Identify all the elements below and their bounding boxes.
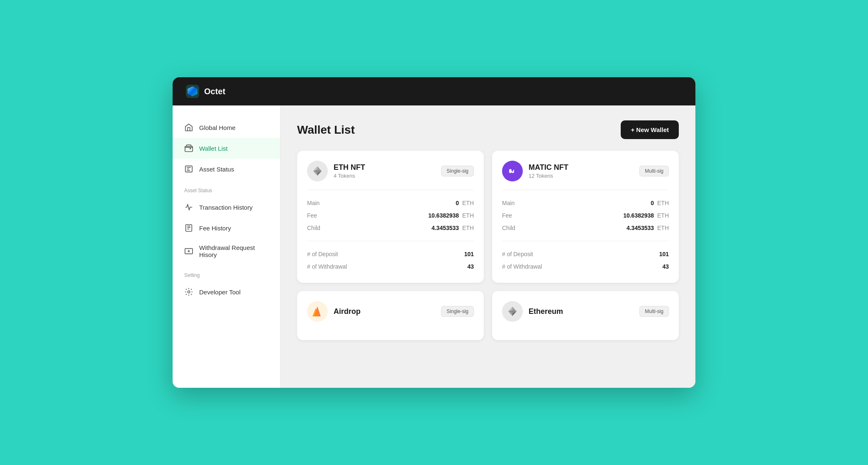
- wallet-card-header-airdrop: Airdrop Single-sig: [307, 301, 474, 322]
- main-label-m: Main: [502, 200, 514, 206]
- sidebar-item-transaction-history-label: Transaction History: [199, 204, 253, 211]
- deposit-value: 101: [464, 251, 474, 257]
- main-layout: Global Home Wallet List Asset Status Ass…: [173, 105, 695, 388]
- wallet-info: ETH NFT 4 Tokens: [334, 163, 365, 179]
- withdrawal-label-m: # of Withdrawal: [502, 263, 542, 270]
- fee-value: 10.6382938 ETH: [428, 212, 474, 219]
- sidebar-section-setting: Setting: [173, 264, 280, 281]
- wallet-tokens-matic: 12 Tokens: [529, 173, 568, 179]
- svg-rect-1: [185, 146, 193, 152]
- wallet-icon: [184, 144, 193, 153]
- withdrawal-value-m: 43: [662, 263, 669, 270]
- wallet-info-ethereum: Ethereum: [529, 307, 563, 316]
- wallet-info-airdrop: Airdrop: [334, 307, 361, 316]
- wallet-badge-matic: Multi-sig: [639, 166, 669, 176]
- fee-label: Fee: [307, 212, 317, 219]
- divider: [307, 190, 474, 190]
- wallet-card-header-matic: MATIC NFT 12 Tokens Multi-sig: [502, 161, 669, 181]
- asset-icon: [184, 164, 193, 174]
- divider-m2: [502, 241, 669, 241]
- withdrawal-icon: [184, 247, 193, 256]
- topbar: Octet: [173, 77, 695, 105]
- divider2: [307, 241, 474, 241]
- sidebar-item-withdrawal-request[interactable]: Withdrawal Request Hisory: [173, 238, 280, 264]
- child-stat-row-m: Child 4.3453533 ETH: [502, 222, 669, 234]
- matic-nft-avatar: [502, 161, 523, 181]
- wallet-badge-ethereum: Multi-sig: [639, 306, 669, 317]
- home-icon: [184, 123, 193, 132]
- page-title: Wallet List: [297, 123, 355, 137]
- wallet-tokens: 4 Tokens: [334, 173, 365, 179]
- airdrop-logo-icon: [311, 305, 324, 318]
- wallet-card-ethereum[interactable]: Ethereum Multi-sig: [492, 291, 679, 340]
- withdrawal-stat-row-m: # of Withdrawal 43: [502, 260, 669, 273]
- wallet-name: ETH NFT: [334, 163, 365, 172]
- sidebar-item-global-home[interactable]: Global Home: [173, 117, 280, 138]
- airdrop-avatar: [307, 301, 328, 322]
- sidebar-item-transaction-history[interactable]: Transaction History: [173, 197, 280, 218]
- deposit-value-m: 101: [659, 251, 669, 257]
- child-value-m: 4.3453533 ETH: [627, 225, 669, 231]
- sidebar-item-developer-tool[interactable]: Developer Tool: [173, 281, 280, 302]
- fee-icon: [184, 223, 193, 232]
- history-icon: [184, 203, 193, 212]
- child-label-m: Child: [502, 225, 515, 231]
- wallet-name-ethereum: Ethereum: [529, 307, 563, 316]
- matic-logo-icon: [507, 165, 518, 177]
- dev-icon: [184, 287, 193, 296]
- wallet-badge: Single-sig: [441, 166, 474, 176]
- ethereum-avatar: [502, 301, 523, 322]
- sidebar-item-asset-status-label: Asset Status: [199, 166, 234, 173]
- divider-m1: [502, 190, 669, 190]
- child-value: 4.3453533 ETH: [432, 225, 474, 231]
- deposit-stat-row: # of Deposit 101: [307, 248, 474, 260]
- content-header: Wallet List + New Wallet: [297, 120, 679, 139]
- sidebar-item-wallet-list[interactable]: Wallet List: [173, 138, 280, 159]
- svg-rect-3: [186, 225, 192, 232]
- main-label: Main: [307, 200, 319, 206]
- app-logo-icon: [186, 85, 199, 98]
- sidebar-item-fee-history-label: Fee History: [199, 225, 231, 232]
- eth-nft-avatar: [307, 161, 328, 181]
- fee-label-m: Fee: [502, 212, 512, 219]
- withdrawal-label: # of Withdrawal: [307, 263, 347, 270]
- wallet-card-airdrop[interactable]: Airdrop Single-sig: [297, 291, 484, 340]
- sidebar-item-withdrawal-label: Withdrawal Request Hisory: [199, 244, 268, 258]
- svg-point-5: [188, 291, 190, 293]
- main-value-m: 0 ETH: [651, 200, 669, 206]
- fee-stat-row: Fee 10.6382938 ETH: [307, 209, 474, 222]
- main-stat-row-m: Main 0 ETH: [502, 197, 669, 209]
- deposit-stat-row-m: # of Deposit 101: [502, 248, 669, 260]
- sidebar-item-developer-tool-label: Developer Tool: [199, 289, 241, 296]
- withdrawal-stat-row: # of Withdrawal 43: [307, 260, 474, 273]
- fee-stat-row-m: Fee 10.6382938 ETH: [502, 209, 669, 222]
- sidebar-item-asset-status[interactable]: Asset Status: [173, 159, 280, 179]
- wallet-name-matic: MATIC NFT: [529, 163, 568, 172]
- wallet-card-header-ethereum: Ethereum Multi-sig: [502, 301, 669, 322]
- wallet-info-matic: MATIC NFT 12 Tokens: [529, 163, 568, 179]
- wallet-card-eth-nft[interactable]: ETH NFT 4 Tokens Single-sig Main 0 ETH: [297, 151, 484, 283]
- deposit-label: # of Deposit: [307, 251, 338, 257]
- fee-value-m: 10.6382938 ETH: [623, 212, 669, 219]
- app-window: Octet Global Home Wallet List: [173, 77, 695, 388]
- main-content: Wallet List + New Wallet: [280, 105, 695, 388]
- eth-logo-icon: [311, 165, 324, 177]
- wallet-name-airdrop: Airdrop: [334, 307, 361, 316]
- new-wallet-button[interactable]: + New Wallet: [621, 120, 679, 139]
- wallet-card-header: ETH NFT 4 Tokens Single-sig: [307, 161, 474, 181]
- withdrawal-value: 43: [467, 263, 474, 270]
- sidebar-item-wallet-list-label: Wallet List: [199, 145, 228, 152]
- wallet-card-matic-nft[interactable]: MATIC NFT 12 Tokens Multi-sig Main 0 ETH: [492, 151, 679, 283]
- app-title: Octet: [204, 87, 225, 96]
- child-stat-row: Child 4.3453533 ETH: [307, 222, 474, 234]
- ethereum-logo-icon: [506, 305, 519, 318]
- sidebar-section-asset: Asset Status: [173, 179, 280, 197]
- svg-point-11: [507, 165, 518, 177]
- sidebar: Global Home Wallet List Asset Status Ass…: [173, 105, 280, 388]
- wallet-badge-airdrop: Single-sig: [441, 306, 474, 317]
- wallet-grid: ETH NFT 4 Tokens Single-sig Main 0 ETH: [297, 151, 679, 340]
- sidebar-item-fee-history[interactable]: Fee History: [173, 218, 280, 238]
- main-value: 0 ETH: [456, 200, 474, 206]
- sidebar-item-global-home-label: Global Home: [199, 124, 236, 131]
- main-stat-row: Main 0 ETH: [307, 197, 474, 209]
